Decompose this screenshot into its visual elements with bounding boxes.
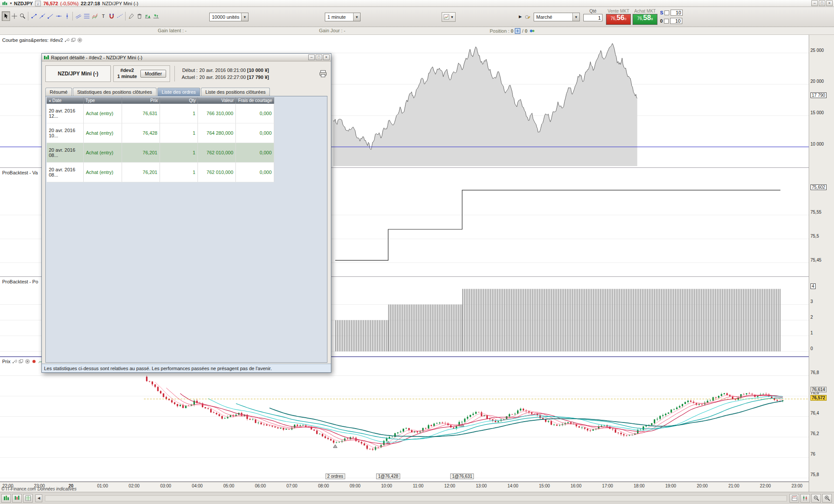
parallel-lines-tool[interactable] <box>74 11 82 21</box>
chevron-down-icon: ▼ <box>450 15 454 19</box>
print-icon[interactable] <box>319 69 327 78</box>
pane-title: ProBacktest - Va <box>1 170 39 175</box>
price-pane[interactable] <box>0 357 809 482</box>
table-cell: 762 010,000 <box>198 143 236 163</box>
zoom-tool[interactable] <box>18 11 27 21</box>
table-row[interactable]: 20 avr. 2016 12...Achat (entry)76,631176… <box>47 104 274 123</box>
candlestick-view-icon[interactable] <box>800 494 810 503</box>
column-header-prix[interactable]: Prix <box>122 97 160 104</box>
record-icon[interactable] <box>31 359 37 364</box>
segment-tool[interactable] <box>30 11 38 21</box>
line-tool[interactable] <box>38 11 46 21</box>
table-row[interactable]: 20 avr. 2016 08...Achat (entry)76,201176… <box>47 163 274 182</box>
column-header-date[interactable]: ▲Date <box>47 97 84 104</box>
qty-input[interactable] <box>583 14 603 21</box>
position-detail-icon[interactable] <box>515 28 521 34</box>
panel-collapse-arrow[interactable]: ▶ <box>519 14 522 19</box>
stop-input[interactable] <box>671 10 683 16</box>
symbol-label[interactable]: NZDJPY <box>14 1 33 6</box>
close-icon[interactable] <box>25 359 30 364</box>
column-header-valeur[interactable]: Valeur <box>198 97 236 104</box>
buy-mkt-label: Achat MKT <box>633 9 657 14</box>
time-axis[interactable]: 22:0023:002001:0002:0003:0004:0005:0006:… <box>0 482 809 492</box>
toolbar-separator <box>125 12 126 20</box>
column-header-qty[interactable]: Qty <box>160 97 198 104</box>
tab-liste-des-ordres[interactable]: Liste des ordres <box>157 88 200 96</box>
clock: 22:27:18 <box>81 1 100 6</box>
order-type-select[interactable]: Marché ▼ <box>534 13 580 21</box>
zoom-out-icon[interactable] <box>811 494 821 503</box>
chevron-down-icon: ▼ <box>572 13 579 21</box>
axis-tick: 75,5 <box>810 234 819 238</box>
tab-r-sum-[interactable]: Résumé <box>45 88 72 96</box>
tab-statistiques-des-positions-cl-tur-es[interactable]: Statistiques des positions clôturées <box>73 88 157 96</box>
limit-checkbox[interactable] <box>664 19 669 24</box>
time-axis-label: 01:00 <box>97 484 108 488</box>
table-row[interactable]: 20 avr. 2016 10...Achat (entry)76,428176… <box>47 123 274 143</box>
vertical-line-tool[interactable] <box>63 11 71 21</box>
table-cell: 20 avr. 2016 08... <box>47 163 84 182</box>
modify-button[interactable]: Modifier <box>140 70 166 78</box>
minimize-button[interactable]: – <box>811 0 818 6</box>
scroll-left-button[interactable]: ◀ <box>35 494 42 502</box>
order-annotation[interactable]: 1@76,428 <box>376 473 400 479</box>
data-table-icon[interactable] <box>23 494 33 503</box>
maximize-button[interactable]: □ <box>819 0 825 6</box>
close-icon[interactable] <box>77 37 82 43</box>
bear-pattern-indicator[interactable] <box>152 11 160 21</box>
magnet-tool[interactable] <box>107 11 116 21</box>
symbol-dropdown-caret[interactable]: ▾ <box>10 1 12 5</box>
axis-tick: 10 000 <box>810 142 824 146</box>
timeframe-select[interactable]: 1 minute ▼ <box>325 13 361 21</box>
column-header-type[interactable]: Type <box>84 97 122 104</box>
tab-liste-des-positions-cl-tur-es[interactable]: Liste des positions clôturées <box>201 88 270 96</box>
order-annotation[interactable]: 1@76,631 <box>450 473 474 479</box>
order-annotation[interactable]: 2 ordres <box>326 473 345 479</box>
table-header-row: ▲DateTypePrixQtyValeurFrais de courtage <box>47 97 274 104</box>
buy-market-button[interactable]: 76,588 <box>633 14 657 25</box>
dialog-minimize-button[interactable]: – <box>308 54 315 60</box>
table-row[interactable]: 20 avr. 2016 08...Achat (entry)76,201176… <box>47 143 274 163</box>
dialog-close-button[interactable]: × <box>323 54 330 60</box>
horizontal-line-tool[interactable] <box>54 11 63 21</box>
zigzag-tool[interactable] <box>91 11 99 21</box>
copy-icon[interactable] <box>71 37 76 43</box>
chart-layout-icon[interactable] <box>790 494 799 503</box>
units-select[interactable]: 10000 unités ▼ <box>209 13 248 21</box>
close-button[interactable]: × <box>826 0 833 6</box>
zoom-in-icon[interactable] <box>822 494 832 503</box>
ray-tool[interactable] <box>46 11 54 21</box>
pointer-tool[interactable] <box>2 11 10 21</box>
time-axis-label: 02:00 <box>129 484 140 488</box>
text-tool[interactable]: T <box>99 11 107 21</box>
pane-title: Prix <box>1 359 44 364</box>
wrench-icon[interactable] <box>12 359 17 364</box>
portfolio-chart-icon[interactable] <box>1 494 11 503</box>
limit-input[interactable] <box>670 18 682 24</box>
time-axis-label: 15:00 <box>539 484 550 488</box>
order-edit-icon[interactable] <box>523 12 532 22</box>
dashed-line-tool[interactable] <box>116 11 124 21</box>
orders-chart-icon[interactable] <box>12 494 22 503</box>
chart-style-button[interactable]: ▼ <box>442 12 456 22</box>
stop-checkbox[interactable] <box>664 10 669 15</box>
dialog-maximize-button[interactable]: □ <box>316 54 322 60</box>
gain-jour-status: Gain Jour :- <box>319 28 345 33</box>
horizontal-scrollbar[interactable] <box>45 495 787 501</box>
table-cell: 0,000 <box>236 104 274 123</box>
orders-gear-icon[interactable] <box>529 28 535 34</box>
bull-pattern-indicator[interactable] <box>143 11 152 21</box>
price-axis[interactable]: 25 00020 00015 00010 00017 79075,5575,57… <box>809 35 834 504</box>
copy-icon[interactable] <box>18 359 24 364</box>
fibonacci-tool[interactable] <box>82 11 91 21</box>
crosshair-tool[interactable] <box>10 11 18 21</box>
trash-tool[interactable] <box>135 11 143 21</box>
report-dialog-title-bar[interactable]: Rapport détaillé - #dev2 - NZD/JPY Mini … <box>42 54 331 61</box>
axis-tick: 76,4 <box>810 411 819 415</box>
column-header-frais-de-courtage[interactable]: Frais de courtage <box>236 97 274 104</box>
sell-market-button[interactable]: 76,560 <box>606 14 631 25</box>
wrench-icon[interactable] <box>64 37 69 43</box>
info-icon[interactable]: i <box>35 0 41 7</box>
time-axis-label: 16:00 <box>571 484 582 488</box>
settings-tool[interactable] <box>127 11 135 21</box>
